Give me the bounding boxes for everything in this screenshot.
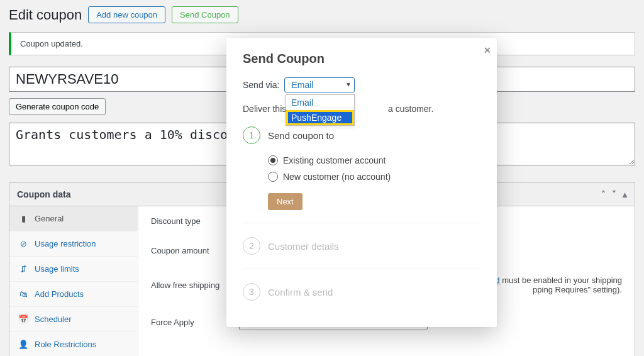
tab-label: General xyxy=(35,214,64,223)
coupon-code-wrap xyxy=(9,67,635,92)
calendar-icon: 📅 xyxy=(18,314,28,324)
panel-down-icon[interactable]: ˅ xyxy=(612,189,616,199)
tab-usage-limits[interactable]: ⇵ Usage limits xyxy=(9,257,138,282)
tab-label: Usage restriction xyxy=(35,239,96,248)
tab-add-products[interactable]: 🛍 Add Products xyxy=(9,282,138,307)
coupon-description-wrap xyxy=(9,123,635,167)
coupon-code-input[interactable] xyxy=(9,67,635,92)
user-icon: 👤 xyxy=(18,340,28,349)
tab-usage-restriction[interactable]: ⊘ Usage restriction xyxy=(9,231,138,257)
tab-label: Role Restrictions xyxy=(35,340,96,349)
ban-icon: ⊘ xyxy=(18,239,28,248)
radio-label: New customer (no account) xyxy=(283,172,391,182)
tab-label: Usage limits xyxy=(35,264,79,274)
tab-role-restrictions[interactable]: 👤 Role Restrictions xyxy=(9,332,138,356)
field-label: Discount type xyxy=(151,216,239,226)
notice-text: Coupon updated. xyxy=(20,39,83,48)
add-new-coupon-button[interactable]: Add new coupon xyxy=(88,6,165,23)
panel-up-icon[interactable]: ˄ xyxy=(601,189,606,199)
page-header: Edit coupon Add new coupon Send Coupon xyxy=(0,0,644,32)
panel-toggle-icon[interactable]: ▴ xyxy=(623,189,627,199)
notice-updated: Coupon updated. xyxy=(9,32,635,55)
field-label: Coupon amount xyxy=(151,246,239,255)
tab-label: Scheduler xyxy=(35,314,72,324)
radio-icon xyxy=(268,172,278,182)
limits-icon: ⇵ xyxy=(18,264,28,274)
panel-fields: Discount type Coupon amount Allow free s… xyxy=(138,206,635,356)
coupon-data-panel: Coupon data ˄ ˅ ▴ ▮ General ⊘ Usage rest… xyxy=(9,182,635,356)
radio-new-customer[interactable]: New customer (no account) xyxy=(268,172,480,182)
tab-label: Add Products xyxy=(35,289,84,299)
ticket-icon: ▮ xyxy=(18,214,28,223)
panel-tabs: ▮ General ⊘ Usage restriction ⇵ Usage li… xyxy=(9,206,138,356)
send-coupon-button[interactable]: Send Coupon xyxy=(172,6,238,23)
tab-general[interactable]: ▮ General xyxy=(9,206,138,231)
field-force-apply: Force Apply Disable xyxy=(151,304,622,340)
coupon-description-textarea[interactable] xyxy=(9,123,635,165)
field-label: Force Apply xyxy=(151,318,239,327)
field-free-shipping: Allow free shipping d must be enabled in… xyxy=(151,265,622,304)
free-shipping-link[interactable]: d xyxy=(495,275,499,285)
field-label: Allow free shipping xyxy=(151,281,239,290)
force-apply-select[interactable]: Disable xyxy=(239,314,428,330)
bag-icon: 🛍 xyxy=(18,289,28,299)
tab-scheduler[interactable]: 📅 Scheduler xyxy=(9,307,138,332)
field-coupon-amount: Coupon amount xyxy=(151,236,622,265)
free-shipping-hint: d must be enabled in your shipping pping… xyxy=(239,275,622,294)
panel-header[interactable]: Coupon data ˄ ˅ ▴ xyxy=(9,183,635,206)
panel-title: Coupon data xyxy=(17,189,71,199)
field-discount-type: Discount type xyxy=(151,206,622,236)
generate-coupon-code-button[interactable]: Generate coupon code xyxy=(9,98,106,115)
panel-handles: ˄ ˅ ▴ xyxy=(601,189,627,199)
page-title: Edit coupon xyxy=(9,7,82,23)
